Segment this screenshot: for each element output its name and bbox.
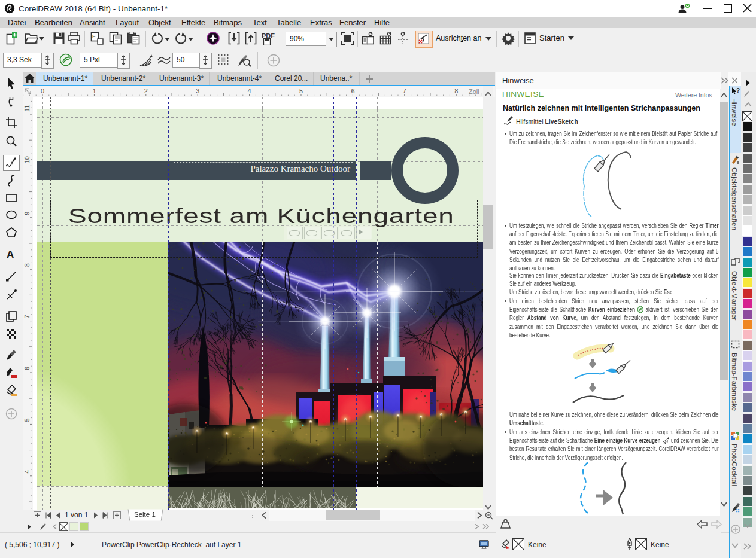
svg-text:9: 9 — [23, 212, 31, 215]
svg-text:8: 8 — [454, 87, 458, 94]
svg-text:7: 7 — [23, 315, 31, 318]
svg-text:Zoll: Zoll — [469, 88, 479, 95]
svg-text:10: 10 — [23, 156, 31, 163]
svg-text:?: ? — [736, 87, 740, 94]
svg-text:F: F — [92, 33, 96, 39]
svg-text:6: 6 — [23, 367, 31, 370]
svg-text:6: 6 — [351, 87, 354, 94]
svg-text:5: 5 — [299, 87, 303, 94]
svg-text:2: 2 — [144, 87, 148, 94]
svg-text:0: 0 — [41, 87, 44, 94]
svg-text:4: 4 — [248, 87, 251, 94]
svg-text:7: 7 — [403, 87, 406, 94]
svg-text:3: 3 — [196, 87, 199, 94]
svg-text:1: 1 — [92, 87, 96, 94]
svg-text:11: 11 — [23, 105, 31, 112]
svg-text:4: 4 — [23, 470, 31, 474]
svg-text:5: 5 — [23, 418, 31, 422]
svg-text:8: 8 — [23, 263, 31, 267]
